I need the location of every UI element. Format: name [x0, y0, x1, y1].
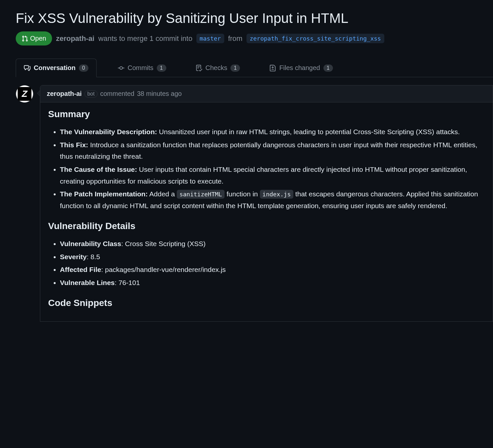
from-label: from — [228, 34, 243, 43]
base-branch[interactable]: master — [196, 34, 224, 43]
tab-label: Files changed — [279, 64, 320, 72]
bot-badge: bot — [84, 90, 98, 98]
pr-title: Fix XSS Vulnerability by Sanitizing User… — [16, 10, 493, 26]
summary-heading: Summary — [48, 109, 485, 119]
pr-author[interactable]: zeropath-ai — [56, 34, 94, 43]
comment-author[interactable]: zeropath-ai — [47, 90, 82, 98]
tab-counter: 1 — [230, 64, 240, 72]
avatar[interactable]: Z — [16, 85, 33, 103]
head-branch[interactable]: zeropath_fix_cross_site_scripting_xss — [246, 34, 384, 43]
list-item: This Fix: Introduce a sanitization funct… — [60, 139, 485, 162]
list-item: The Patch Implementation: Added a saniti… — [60, 188, 485, 211]
comment-timestamp[interactable]: 38 minutes ago — [137, 90, 182, 98]
snippets-heading: Code Snippets — [48, 298, 485, 308]
list-item: The Cause of the Issue: User inputs that… — [60, 164, 485, 187]
checklist-icon — [196, 65, 202, 71]
pr-meta-row: Open zeropath-ai wants to merge 1 commit… — [16, 31, 493, 45]
tab-commits[interactable]: Commits 1 — [110, 59, 174, 77]
tab-conversation[interactable]: Conversation 0 — [16, 59, 97, 77]
comment-action: commented — [100, 90, 135, 98]
tab-counter: 1 — [323, 64, 333, 72]
details-heading: Vulnerability Details — [48, 221, 485, 231]
merge-description: wants to merge 1 commit into — [98, 34, 192, 43]
comment-header: zeropath-ai bot commented 38 minutes ago — [40, 85, 493, 102]
tab-label: Commits — [128, 64, 154, 72]
comment-box: zeropath-ai bot commented 38 minutes ago… — [40, 85, 493, 322]
inline-code: index.js — [260, 190, 294, 199]
list-item: Vulnerable Lines: 76-101 — [60, 277, 485, 289]
comment-discussion-icon — [24, 65, 30, 71]
details-list: Vulnerability Class: Cross Site Scriptin… — [48, 238, 485, 289]
tab-label: Checks — [206, 64, 228, 72]
comment-body: Summary The Vulnerability Description: U… — [40, 102, 493, 321]
list-item: Vulnerability Class: Cross Site Scriptin… — [60, 238, 485, 250]
tab-files-changed[interactable]: Files changed 1 — [261, 59, 341, 77]
tab-counter: 1 — [157, 64, 166, 72]
file-diff-icon — [269, 65, 276, 71]
inline-code: sanitizeHTML — [177, 190, 225, 199]
pr-tabs: Conversation 0 Commits 1 Checks 1 Files … — [16, 59, 493, 77]
list-item: The Vulnerability Description: Unsanitiz… — [60, 126, 485, 138]
tab-counter: 0 — [79, 64, 88, 72]
status-badge: Open — [16, 31, 52, 45]
comment-pointer — [37, 90, 40, 96]
avatar-logo: Z — [18, 87, 31, 101]
tab-label: Conversation — [34, 64, 76, 72]
git-commit-icon — [118, 65, 124, 71]
tab-checks[interactable]: Checks 1 — [188, 59, 248, 77]
list-item: Severity: 8.5 — [60, 251, 485, 263]
summary-list: The Vulnerability Description: Unsanitiz… — [48, 126, 485, 212]
git-pull-request-icon — [22, 35, 28, 42]
list-item: Affected File: packages/handler-vue/rend… — [60, 264, 485, 276]
status-label: Open — [30, 35, 46, 42]
